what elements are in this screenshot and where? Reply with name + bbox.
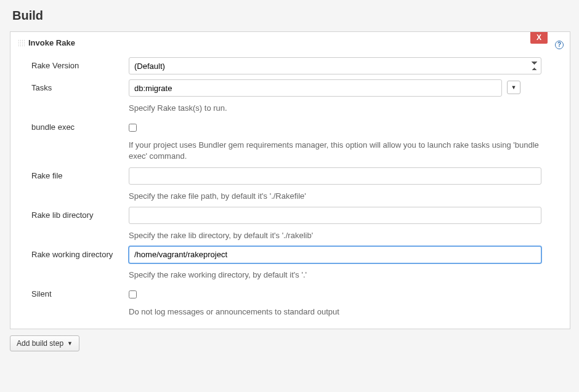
bundle-exec-help: If your project uses Bundler gem require…	[129, 140, 541, 162]
rake-file-help: Specify the rake file path, by default i…	[129, 191, 541, 202]
help-icon[interactable]: ?	[555, 41, 564, 49]
tasks-input[interactable]	[129, 79, 502, 97]
rake-lib-dir-help: Specify the rake lib directory, by defau…	[129, 230, 541, 241]
bundle-exec-label: bundle exec	[31, 119, 129, 132]
section-title: Build	[12, 9, 570, 23]
caret-down-icon: ▼	[67, 340, 73, 346]
silent-checkbox[interactable]	[129, 290, 137, 298]
rake-file-label: Rake file	[31, 167, 129, 180]
rake-lib-dir-label: Rake lib directory	[31, 207, 129, 220]
add-build-step-label: Add build step	[17, 339, 63, 348]
silent-label: Silent	[31, 286, 129, 298]
field-rake-lib-dir: Rake lib directory Specify the rake lib …	[18, 202, 562, 241]
rake-lib-dir-input[interactable]	[129, 207, 541, 224]
step-header: Invoke Rake	[18, 38, 562, 47]
field-rake-file: Rake file Specify the rake file path, by…	[18, 162, 562, 202]
rake-working-dir-help: Specify the rake working directory, by d…	[129, 270, 541, 281]
rake-working-dir-label: Rake working directory	[31, 246, 129, 259]
bundle-exec-checkbox[interactable]	[129, 124, 137, 132]
rake-version-label: Rake Version	[31, 57, 129, 70]
rake-version-select[interactable]: (Default)	[129, 57, 541, 74]
silent-help: Do not log messages or announcements to …	[129, 306, 541, 318]
tasks-help: Specify Rake task(s) to run.	[129, 103, 520, 114]
drag-handle-icon[interactable]	[18, 39, 25, 46]
field-rake-working-dir: Rake working directory Specify the rake …	[18, 241, 562, 281]
tasks-expand-button[interactable]: ▼	[507, 81, 520, 94]
field-silent: Silent Do not log messages or announceme…	[18, 281, 562, 318]
field-bundle-exec: bundle exec If your project uses Bundler…	[18, 114, 562, 162]
rake-working-dir-input[interactable]	[129, 246, 541, 263]
chevron-down-icon: ▼	[511, 84, 517, 90]
delete-step-button[interactable]: X	[530, 32, 548, 44]
add-build-step-button[interactable]: Add build step ▼	[10, 335, 79, 351]
tasks-label: Tasks	[31, 79, 129, 92]
field-tasks: Tasks ▼ Specify Rake task(s) to run.	[18, 74, 562, 114]
rake-file-input[interactable]	[129, 167, 541, 185]
field-rake-version: Rake Version (Default)	[18, 52, 562, 74]
step-title: Invoke Rake	[28, 38, 75, 47]
build-step: X ? Invoke Rake Rake Version (Default) T…	[10, 31, 570, 329]
